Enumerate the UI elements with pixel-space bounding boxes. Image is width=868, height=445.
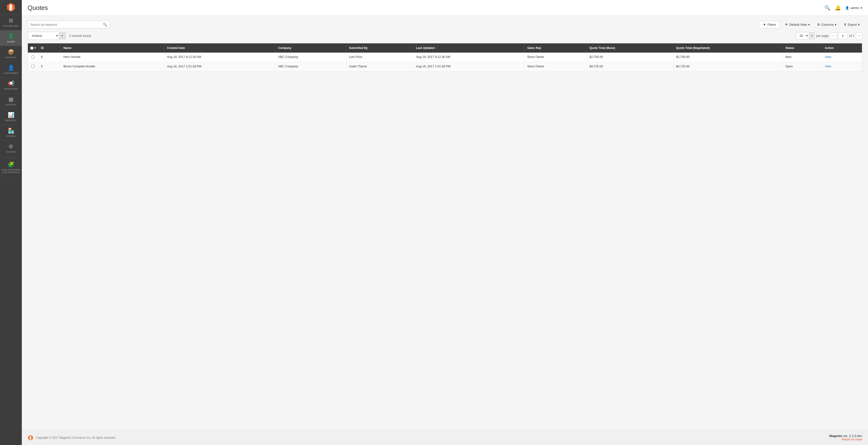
sidebar-item-label: DASHBOARD [3, 25, 19, 27]
system-icon: ⚙ [8, 144, 13, 150]
search-input[interactable] [30, 23, 103, 26]
magento-logo-icon [6, 2, 16, 12]
select-all-chevron[interactable]: ▾ [34, 46, 36, 50]
pagination: 20 ▾ per page ‹ of 1 › [796, 32, 862, 39]
sidebar-item-stores[interactable]: 🏪 STORES [0, 125, 22, 141]
sidebar-item-label: FIND PARTNERS & EXTENSIONS [1, 169, 21, 174]
sidebar-item-dashboard[interactable]: ⊞ DASHBOARD [0, 14, 22, 30]
page-input[interactable] [838, 32, 848, 39]
footer-copyright: Copyright © 2017 Magento Commerce Inc. A… [36, 436, 116, 439]
default-view-button[interactable]: 👁 Default View ▾ [782, 21, 812, 28]
header-actions: 🔍 🔔 👤 admin ▾ [825, 5, 862, 11]
search-box: 🔍 [28, 21, 110, 28]
row-quote-total-base: $4,725.00 [587, 62, 673, 71]
row-sales-rep: Store Owner [525, 62, 587, 71]
toolbar-top: 🔍 ▼ Filters 👁 Default View ▾ ⚙ Columns ▾ [28, 21, 862, 28]
page-of-total: of 1 [849, 34, 855, 37]
row-status: New [783, 53, 822, 62]
row-company: ABC Company [276, 62, 346, 71]
per-page-select[interactable]: 20 [796, 32, 809, 39]
reports-icon: 📊 [8, 112, 14, 118]
prev-page-button[interactable]: ‹ [830, 32, 837, 39]
page-header: Quotes 🔍 🔔 👤 admin ▾ [22, 0, 868, 16]
sidebar-item-reports[interactable]: 📊 REPORTS [0, 109, 22, 125]
partners-icon: 🧩 [8, 161, 14, 168]
th-submitted-by: Submitted By [346, 43, 413, 53]
th-checkbox: ▾ [28, 43, 38, 53]
view-link-1[interactable]: View [825, 65, 831, 68]
sidebar-item-marketing[interactable]: 📢 MARKETING [0, 78, 22, 93]
page-footer: Copyright © 2017 Magento Commerce Inc. A… [22, 430, 868, 445]
actions-dropdown-button[interactable]: ▾ [59, 32, 66, 39]
row-created-date: Aug 18, 2017 1:51:26 PM [164, 62, 276, 71]
sidebar-logo [0, 0, 22, 14]
search-submit-icon[interactable]: 🔍 [103, 22, 107, 27]
actions-select[interactable]: Actions [28, 32, 59, 40]
row-action: View [822, 62, 862, 71]
report-issue-link[interactable]: Report an Issue [842, 438, 862, 441]
row-submitted-by: Lois Price [346, 53, 413, 62]
filters-label: Filters [768, 23, 776, 26]
user-dropdown-icon: ▾ [861, 6, 862, 10]
stores-icon: 🏪 [8, 128, 14, 134]
export-label: Export [848, 23, 857, 26]
next-page-button[interactable]: › [856, 32, 862, 39]
sales-icon: 💲 [8, 33, 14, 39]
export-icon: ⬆ [844, 23, 846, 26]
row-name: Hero Hoodie [61, 53, 165, 62]
sidebar-item-catalog[interactable]: 📦 CATALOG [0, 46, 22, 62]
customers-icon: 👤 [8, 65, 14, 71]
sidebar-item-label: CATALOG [5, 56, 16, 59]
footer-left: Copyright © 2017 Magento Commerce Inc. A… [28, 435, 116, 441]
eye-icon: 👁 [785, 23, 788, 26]
th-created-date: Created Date [164, 43, 276, 53]
content-area: 🔍 ▼ Filters 👁 Default View ▾ ⚙ Columns ▾ [22, 16, 868, 430]
sidebar: ⊞ DASHBOARD 💲 SALES 📦 CATALOG 👤 CUSTOMER… [0, 0, 22, 445]
th-quote-total-base: Quote Total (Base) [587, 43, 673, 53]
records-count: 2 records found [69, 34, 91, 37]
sidebar-item-label: REPORTS [5, 119, 17, 122]
sidebar-item-customers[interactable]: 👤 CUSTOMERS [0, 62, 22, 78]
footer-version: ver. 2.2.0-dev [843, 434, 862, 438]
th-quote-total-negotiated: Quote Total (Negotiated) [674, 43, 783, 53]
row-quote-total-negotiated: $4,725.00 [674, 62, 783, 71]
table-row: 5 Bruno Compete Hoodie Aug 18, 2017 1:51… [28, 62, 862, 71]
sidebar-item-label: SALES [7, 40, 15, 43]
per-page-wrap: 20 ▾ per page [796, 32, 829, 39]
per-page-label: per page [816, 34, 829, 37]
quotes-table: ▾ ID Name Created Date Company Submitted… [28, 43, 862, 71]
filters-button[interactable]: ▼ Filters [759, 21, 780, 28]
columns-chevron: ▾ [835, 23, 837, 26]
row-checkbox-1[interactable] [31, 65, 35, 68]
row-sales-rep: Store Owner [525, 53, 587, 62]
row-action: View [822, 53, 862, 62]
filter-icon: ▼ [763, 23, 766, 26]
main-content: Quotes 🔍 🔔 👤 admin ▾ 🔍 ▼ Filters [22, 0, 868, 445]
sidebar-item-system[interactable]: ⚙ SYSTEM [0, 141, 22, 156]
row-created-date: Aug 19, 2017 9:12:30 AM [164, 53, 276, 62]
per-page-select-wrap: 20 ▾ [796, 32, 815, 39]
row-name: Bruno Compete Hoodie [61, 62, 165, 71]
sidebar-item-sales[interactable]: 💲 SALES [0, 30, 22, 46]
user-icon: 👤 [845, 6, 849, 10]
catalog-icon: 📦 [8, 49, 14, 55]
row-checkbox-0[interactable] [31, 55, 35, 58]
select-all-checkbox[interactable] [30, 47, 33, 50]
sidebar-item-content[interactable]: ▦ CONTENT [0, 93, 22, 109]
notification-icon[interactable]: 🔔 [835, 5, 841, 11]
user-menu[interactable]: 👤 admin ▾ [845, 6, 862, 10]
row-checkbox-cell [28, 62, 38, 71]
columns-button[interactable]: ⚙ Columns ▾ [815, 21, 839, 28]
row-quote-total-base: $2,700.00 [587, 53, 673, 62]
search-icon[interactable]: 🔍 [825, 5, 831, 11]
row-id: 6 [38, 53, 61, 62]
th-name: Name [61, 43, 165, 53]
th-last-updated[interactable]: Last Updated ↑ [414, 43, 525, 53]
row-id: 5 [38, 62, 61, 71]
columns-icon: ⚙ [817, 23, 820, 26]
per-page-dropdown-button[interactable]: ▾ [809, 32, 815, 39]
export-button[interactable]: ⬆ Export ▾ [841, 21, 862, 28]
row-quote-total-negotiated: $2,700.00 [674, 53, 783, 62]
view-link-0[interactable]: View [825, 55, 831, 59]
sidebar-item-partners[interactable]: 🧩 FIND PARTNERS & EXTENSIONS [0, 158, 22, 177]
